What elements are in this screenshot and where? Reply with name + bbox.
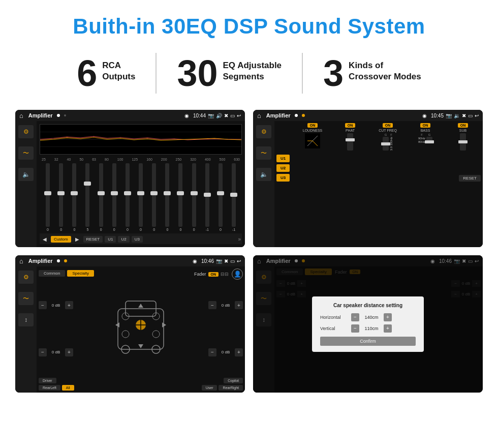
eq-status-bar: ⌂ Amplifier ◉ 10:44 📷 🔊 ✖ ▭ ↩ <box>15 110 245 121</box>
fader-person-btn[interactable]: 👤 <box>232 268 243 280</box>
fader-filter-btn[interactable]: ⚙ <box>18 271 34 284</box>
eq-track-13[interactable] <box>219 163 223 227</box>
cx-phat-track[interactable] <box>347 133 353 151</box>
eq-track-9[interactable] <box>165 163 169 227</box>
fader-plus-2[interactable]: + <box>65 348 73 356</box>
wave-icon: 〜 <box>23 149 29 158</box>
cx-reset-btn[interactable]: RESET <box>459 175 481 182</box>
cx-sub-track[interactable] <box>460 133 466 151</box>
eq-more-icon[interactable]: » <box>238 236 241 242</box>
eq-thumb-7 <box>137 191 144 195</box>
stat-number-crossover: 3 <box>323 55 344 92</box>
fader-plus-4[interactable]: + <box>235 348 243 356</box>
eq-thumb-5 <box>111 191 118 195</box>
fader-plus-3[interactable]: + <box>235 301 243 309</box>
eq-filter-btn[interactable]: ⚙ <box>18 125 34 138</box>
fader-specialty-tab[interactable]: Specialty <box>67 270 94 277</box>
fader-driver-btn[interactable]: Driver <box>39 378 56 383</box>
car-svg <box>113 293 169 365</box>
fader-minus-3[interactable]: − <box>208 301 216 309</box>
cx-screen-content: ⚙ 〜 🔈 ON LOUDNESS <box>253 121 483 247</box>
cx-u3-btn[interactable]: U3 <box>276 174 290 182</box>
freq-500: 500 <box>220 158 226 161</box>
eq-u3-btn[interactable]: U3 <box>132 236 143 243</box>
freq-400: 400 <box>205 158 211 161</box>
eq-track-3[interactable] <box>85 163 89 227</box>
cx-sub-on[interactable]: ON <box>458 123 469 128</box>
eq-track-2[interactable] <box>72 163 76 227</box>
eq-track-4[interactable] <box>99 163 103 227</box>
stat-label-crossover-1: Kinds of <box>349 60 421 71</box>
eq-track-7[interactable] <box>139 163 143 227</box>
freq-125: 125 <box>132 158 138 161</box>
fader-copilot-btn[interactable]: Copilot <box>224 378 243 383</box>
eq-track-1[interactable] <box>59 163 63 227</box>
dialog-title: Car speaker distance setting <box>320 303 416 308</box>
cx-loudness-on[interactable]: ON <box>307 123 318 128</box>
confirm-button[interactable]: Confirm <box>320 337 416 346</box>
horizontal-plus[interactable]: + <box>384 313 392 321</box>
eq-track-6[interactable] <box>126 163 130 227</box>
cx-g-label: G <box>385 133 387 136</box>
cx-g-track[interactable] <box>383 137 389 151</box>
fader-user-btn[interactable]: User <box>202 385 217 391</box>
eq-u2-btn[interactable]: U2 <box>118 236 129 243</box>
horizontal-row: Horizontal − 140cm + <box>320 313 416 321</box>
cx-volume-icon: 🔉 <box>454 113 460 118</box>
eq-track-11[interactable] <box>192 163 196 227</box>
eq-track-5[interactable] <box>112 163 116 227</box>
wifi-icon: ✖ <box>224 113 228 118</box>
eq-val-0: 0 <box>47 228 49 231</box>
eq-thumb-1 <box>57 191 65 195</box>
fader-on-toggle[interactable]: ON <box>208 272 219 277</box>
cx-cutfreq-on[interactable]: ON <box>383 123 393 128</box>
vertical-plus[interactable]: + <box>384 324 392 333</box>
fader-plus-1[interactable]: + <box>65 301 73 309</box>
vertical-minus[interactable]: − <box>351 324 359 333</box>
eq-track-0[interactable] <box>46 163 50 227</box>
page-title: Buith-in 30EQ DSP Sound System <box>0 0 498 48</box>
cx-bass-g-track[interactable] <box>426 137 432 143</box>
eq-next-btn[interactable]: ▶ <box>73 235 81 243</box>
fader-all-btn[interactable]: All <box>62 385 74 391</box>
fader-rearright-btn[interactable]: RearRight <box>219 385 243 391</box>
cx-u1-btn[interactable]: U1 <box>276 155 290 162</box>
cx-filter-btn[interactable]: ⚙ <box>256 125 271 138</box>
eq-track-10[interactable] <box>178 163 182 227</box>
eq-slider-2: 0 <box>68 163 80 231</box>
freq-63: 63 <box>92 158 96 161</box>
fader-left-controls: − 0 dB + − 0 dB + <box>39 282 108 376</box>
cx-wave-btn[interactable]: 〜 <box>256 146 271 160</box>
eq-custom-btn[interactable]: Custom <box>51 236 71 243</box>
horizontal-minus[interactable]: − <box>351 313 359 321</box>
eq-track-14[interactable] <box>232 163 236 227</box>
eq-slider-5: 0 <box>108 163 120 231</box>
cx-speaker-btn[interactable]: 🔈 <box>256 168 271 181</box>
fader-wave-btn[interactable]: 〜 <box>18 292 34 305</box>
cx-bass-tracks: F 90Hz 80Hz G <box>418 133 432 143</box>
fader-minus-4[interactable]: − <box>208 348 216 356</box>
eq-thumb-3 <box>84 182 91 186</box>
eq-reset-btn[interactable]: RESET <box>83 236 103 243</box>
cx-wifi-icon: ✖ <box>462 113 466 118</box>
fader-minus-1[interactable]: − <box>39 301 47 309</box>
cx-phat-on[interactable]: ON <box>345 123 356 128</box>
eq-prev-btn[interactable]: ◀ <box>41 235 49 243</box>
fader-status-bar: ⌂ Amplifier ◉ 10:46 📷 ✖ ▭ ↩ <box>15 255 245 266</box>
eq-u1-btn[interactable]: U1 <box>105 236 116 243</box>
fader-wifi-icon: ✖ <box>224 258 228 264</box>
cx-f-label: F <box>390 133 392 136</box>
eq-track-8[interactable] <box>152 163 156 227</box>
fader-value-2: 0 dB <box>49 350 63 354</box>
eq-wave-btn[interactable]: 〜 <box>18 146 34 160</box>
cx-u2-btn[interactable]: U2 <box>276 164 290 172</box>
cx-bass-on[interactable]: ON <box>420 123 431 128</box>
fader-speaker-size-btn[interactable]: ↕ <box>18 313 34 326</box>
fader-rearleft-btn[interactable]: RearLeft <box>39 385 60 391</box>
fader-minus-2[interactable]: − <box>39 348 47 356</box>
fader-common-tab[interactable]: Common <box>39 270 65 277</box>
eq-status-icons: ◉ 10:44 📷 🔊 ✖ ▭ ↩ <box>184 113 241 118</box>
eq-speaker-btn[interactable]: 🔈 <box>18 168 34 181</box>
eq-val-13: 0 <box>220 228 222 231</box>
eq-track-12[interactable] <box>205 163 209 227</box>
